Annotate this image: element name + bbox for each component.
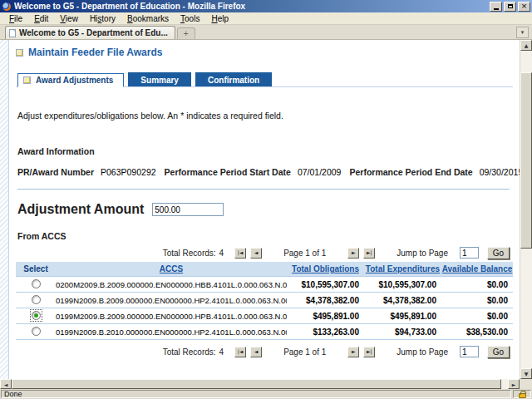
row-select-radio[interactable] [32,311,41,320]
page-icon [9,29,16,37]
total-expenditures-sort-link[interactable]: Total Expenditures [366,264,440,273]
table-row: 0199N2009.B.2010.000000.EN000000.HP2.410… [16,324,513,340]
lock-icon [519,393,526,398]
first-page-button[interactable]: |◄ [234,248,246,259]
prev-page-button[interactable]: ◄ [250,347,262,357]
table-row: 0199N2009.B.2009.000000.EN000000.HP2.410… [16,293,513,308]
browser-window: Welcome to G5 - Department of Education … [0,0,532,399]
tab-confirmation[interactable]: Confirmation [195,72,272,86]
page-info: Page 1 of 1 [283,249,326,258]
page-title: Maintain Feeder File Awards [28,47,162,58]
security-panel [513,390,531,398]
available-balance-value: $0.00 [441,312,513,321]
horizontal-scroll-thumb[interactable] [12,379,501,389]
last-page-button[interactable]: ►| [363,248,375,259]
table-row: 0200M2009.B.2009.000000.EN000000.HBB.410… [16,277,513,293]
jump-to-page-input[interactable] [460,247,479,259]
browser-tab[interactable]: Welcome to G5 - Department of Edu... [5,26,175,39]
status-bar: Done [0,389,532,399]
total-expenditures-value: $94,733.00 [364,328,441,337]
total-obligations-sort-link[interactable]: Total Obligations [292,264,359,273]
next-page-button[interactable]: ► [347,248,359,259]
first-page-button[interactable]: |◄ [234,347,246,357]
total-obligations-value: $4,378,382.00 [287,296,364,305]
table-header-row: Select ACCS Total Obligations Total Expe… [16,262,513,277]
list-all-tabs-button[interactable]: ▾ [516,27,529,38]
adjustment-amount-label: Adjustment Amount [17,202,144,217]
browser-tab-strip: Welcome to G5 - Department of Edu... + ▾ [0,25,532,40]
title-bar: Welcome to G5 - Department of Education … [0,0,532,12]
adjustment-amount-input[interactable] [152,203,224,216]
from-accs-label: From ACCS [17,231,513,241]
vertical-scroll-track[interactable] [520,51,532,368]
menu-file[interactable]: File [3,13,28,24]
close-button[interactable]: × [518,2,530,12]
scroll-up-icon[interactable]: ▲ [520,40,532,51]
total-expenditures-value: $10,595,307.00 [364,280,441,289]
horizontal-scrollbar[interactable]: ◄ ► [0,379,532,389]
new-tab-button[interactable]: + [177,27,195,39]
row-select-radio[interactable] [32,279,41,288]
available-balance-value: $38,530.00 [441,328,513,337]
available-balance-sort-link[interactable]: Available Balance [442,264,513,273]
jump-to-page-input[interactable] [460,346,479,357]
available-balance-header: Available Balance [441,264,513,273]
restore-button[interactable] [504,2,516,12]
horizontal-scroll-track[interactable] [12,379,508,389]
award-info-row: PR/Award Number P063P090292 Performance … [17,167,513,177]
total-expenditures-header: Total Expenditures [364,264,441,273]
page-body: Maintain Feeder File Awards Award Adjust… [9,40,520,379]
scroll-down-icon[interactable]: ▼ [520,368,532,379]
tab-summary[interactable]: Summary [128,72,191,86]
menu-history[interactable]: History [84,13,121,24]
vertical-scrollbar[interactable]: ▲ ▼ [520,40,532,379]
go-button[interactable]: Go [487,247,510,259]
page-info: Page 1 of 1 [283,347,326,357]
accs-column-header: ACCS [56,264,287,273]
browser-tab-label: Welcome to G5 - Department of Edu... [19,28,168,37]
accs-sort-link[interactable]: ACCS [160,264,183,273]
form-icon [23,76,31,84]
total-records-value: 4 [219,347,224,357]
total-obligations-header: Total Obligations [287,264,364,273]
scroll-right-icon[interactable]: ► [508,379,520,389]
total-expenditures-value: $495,891.00 [364,312,441,321]
total-obligations-value: $10,595,307.00 [287,280,364,289]
go-button[interactable]: Go [487,346,510,358]
form-icon [16,49,23,57]
performance-start-value: 07/01/2009 [298,167,342,177]
row-select-radio[interactable] [32,327,41,336]
performance-end-value: 09/30/2015 [480,167,520,177]
total-records-label: Total Records: [163,249,216,258]
performance-end-label: Performance Period End Date [349,167,472,177]
vertical-scroll-thumb[interactable] [520,72,532,249]
last-page-button[interactable]: ►| [363,347,375,357]
restore-icon [508,4,513,8]
instruction-text: Adjust expenditures/obligations below. A… [17,111,513,121]
menu-help[interactable]: Help [205,13,234,24]
accs-table: Select ACCS Total Obligations Total Expe… [16,262,513,340]
minimize-button[interactable] [490,2,502,12]
menu-view[interactable]: View [54,13,84,24]
window-title: Welcome to G5 - Department of Education … [14,2,488,11]
section-divider [17,189,510,190]
next-page-button[interactable]: ► [347,347,359,357]
menu-bar: File Edit View History Bookmarks Tools H… [0,12,532,25]
menu-edit[interactable]: Edit [28,13,54,24]
performance-start-label: Performance Period Start Date [165,167,291,177]
adjustment-amount-row: Adjustment Amount [17,202,513,217]
menu-bookmarks[interactable]: Bookmarks [121,13,175,24]
menu-tools[interactable]: Tools [175,13,205,24]
pr-award-number-value: P063P090292 [101,167,156,177]
select-column-header: Select [16,264,56,273]
tab-award-adjustments[interactable]: Award Adjustments [17,73,124,87]
row-select-radio[interactable] [32,295,41,304]
total-records-value: 4 [219,249,224,258]
page-tabs: Award Adjustments Summary Confirmation [16,72,513,87]
total-obligations-value: $133,263.00 [287,328,364,337]
pr-award-number-label: PR/Award Number [17,167,94,177]
total-records-label: Total Records: [163,347,216,357]
scroll-left-icon[interactable]: ◄ [0,379,12,389]
prev-page-button[interactable]: ◄ [250,248,262,259]
scrollbar-corner [520,379,532,389]
